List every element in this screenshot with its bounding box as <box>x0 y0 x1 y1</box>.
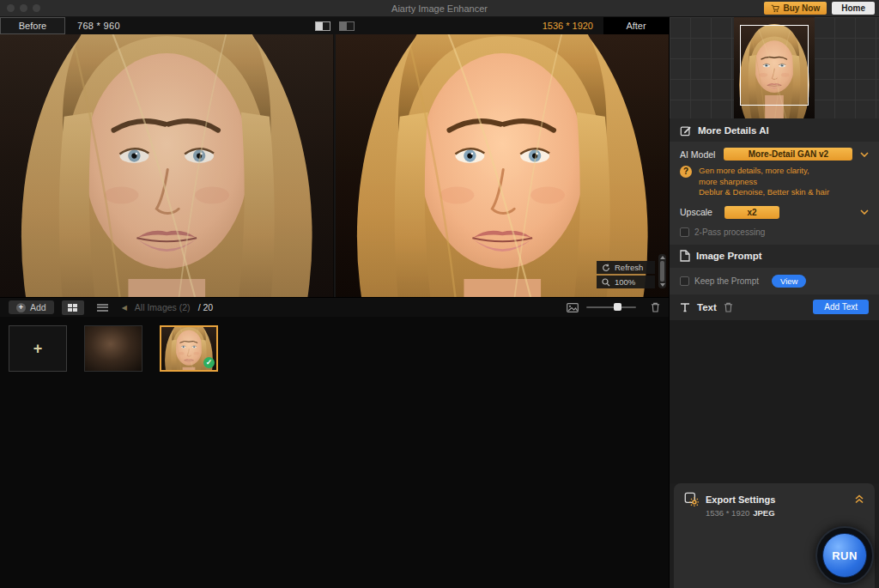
list-view-icon <box>97 302 108 312</box>
delete-image-button[interactable] <box>651 302 660 312</box>
split-view-toggle[interactable] <box>311 19 335 33</box>
add-thumbnail-tile[interactable]: + <box>9 325 67 372</box>
run-button[interactable]: RUN <box>815 526 874 585</box>
app-window: Aiarty Image Enhancer Buy Now Home Befor… <box>0 0 879 588</box>
plus-icon: + <box>33 340 43 358</box>
after-image[interactable] <box>336 34 670 297</box>
keep-prompt-checkbox[interactable] <box>680 276 689 286</box>
refresh-label: Refresh <box>615 263 643 272</box>
export-settings-title: Export Settings <box>706 494 775 505</box>
keep-prompt-label: Keep the Prompt <box>694 276 759 286</box>
thumbnail-strip: + ✓ <box>0 317 669 588</box>
navigator-thumbnail[interactable] <box>734 17 815 118</box>
image-viewer: Refresh 100% <box>0 34 669 297</box>
more-details-header: More Details AI <box>670 118 879 142</box>
window-controls <box>7 4 40 12</box>
list-view-button[interactable] <box>92 300 114 315</box>
titlebar: Aiarty Image Enhancer Buy Now Home <box>0 0 879 17</box>
ai-model-label: AI Model <box>680 149 715 160</box>
image-prompt-header: Image Prompt <box>670 245 879 268</box>
more-details-icon <box>680 124 692 136</box>
export-summary: 1536 * 1920JPEG <box>706 508 864 518</box>
help-icon[interactable]: ? <box>680 166 692 178</box>
navigator <box>670 17 879 118</box>
model-desc-line2: more sharpness <box>699 177 829 188</box>
buy-now-label: Buy Now <box>783 3 820 13</box>
two-pass-label: 2-Pass processing <box>694 227 765 237</box>
single-view-icon <box>339 21 355 31</box>
scroll-down-icon <box>660 283 665 287</box>
view-prompt-button[interactable]: View <box>772 275 806 288</box>
page-count-label: / 20 <box>198 302 214 312</box>
ai-model-dropdown[interactable]: More-Detail GAN v2 <box>724 148 852 161</box>
add-text-button[interactable]: Add Text <box>813 300 869 314</box>
thumbnail-size-slider[interactable] <box>586 306 636 308</box>
grid-view-button[interactable] <box>62 300 84 315</box>
more-details-title: More Details AI <box>698 125 769 136</box>
filmstrip-toolbar: + Add ◀ All Images (2) / 20 <box>0 297 669 317</box>
viewer-tools: Refresh 100% <box>597 259 655 288</box>
document-icon <box>680 250 690 262</box>
export-gear-icon <box>684 492 699 506</box>
check-icon: ✓ <box>203 357 215 368</box>
thumbnail-1[interactable] <box>84 325 142 372</box>
trash-icon[interactable] <box>724 302 733 312</box>
refresh-icon <box>602 264 610 272</box>
text-section: Text Add Text <box>670 294 879 320</box>
ai-model-section: AI Model More-Detail GAN v2 ? Gen more d… <box>670 142 879 245</box>
plus-icon: + <box>16 303 26 312</box>
before-size-label: 768 * 960 <box>77 21 120 31</box>
minimize-button[interactable] <box>20 4 27 12</box>
previous-image-button[interactable]: ◀ <box>122 304 127 312</box>
run-button-label: RUN <box>822 533 867 578</box>
slider-handle[interactable] <box>614 303 621 311</box>
keep-prompt-section: Keep the Prompt View <box>670 268 879 294</box>
zoom-value: 100% <box>615 277 635 287</box>
panel-spacer <box>670 320 879 483</box>
single-view-toggle[interactable] <box>335 19 359 33</box>
navigator-crop-box[interactable] <box>740 25 809 106</box>
chevron-double-up-icon[interactable] <box>854 494 864 504</box>
cart-icon <box>771 4 779 13</box>
split-view-icon <box>315 21 330 31</box>
model-desc-line1: Gen more details, more clarity, <box>699 166 829 177</box>
zoom-button[interactable] <box>33 4 40 12</box>
add-label: Add <box>30 302 46 312</box>
compare-toolbar: Before 768 * 960 1536 * 1920 After <box>0 17 669 34</box>
after-tab[interactable]: After <box>603 17 669 34</box>
upscale-dropdown[interactable]: x2 <box>724 206 779 219</box>
model-description: Gen more details, more clarity, more sha… <box>699 166 829 198</box>
magnifier-icon <box>602 278 610 287</box>
image-prompt-title: Image Prompt <box>696 251 762 261</box>
chevron-down-icon[interactable] <box>860 152 869 157</box>
home-button[interactable]: Home <box>832 2 875 15</box>
thumbnail-2-selected[interactable]: ✓ <box>160 325 218 372</box>
settings-panel: More Details AI AI Model More-Detail GAN… <box>670 17 879 588</box>
grid-view-icon <box>68 304 77 312</box>
chevron-down-icon[interactable] <box>860 209 869 215</box>
compare-area: Before 768 * 960 1536 * 1920 After <box>0 17 670 588</box>
buy-now-button[interactable]: Buy Now <box>764 2 827 15</box>
upscale-label: Upscale <box>680 207 712 217</box>
before-tab[interactable]: Before <box>0 17 65 34</box>
before-image[interactable] <box>0 34 334 297</box>
model-desc-line3: Deblur & Denoise, Better skin & hair <box>699 187 829 198</box>
scroll-up-icon <box>660 256 665 259</box>
text-tool-icon <box>680 302 690 312</box>
add-image-button[interactable]: + Add <box>9 300 54 314</box>
picture-icon <box>567 303 579 312</box>
zoom-control[interactable]: 100% <box>597 276 655 288</box>
text-title: Text <box>697 302 717 312</box>
scrollbar-thumb <box>660 261 664 282</box>
after-size-label: 1536 * 1920 <box>543 21 593 31</box>
close-button[interactable] <box>7 4 15 12</box>
window-title: Aiarty Image Enhancer <box>0 3 879 14</box>
all-images-label: All Images (2) <box>135 302 191 312</box>
two-pass-checkbox[interactable] <box>680 227 689 237</box>
export-format-label: JPEG <box>753 508 774 518</box>
home-label: Home <box>841 3 865 13</box>
viewer-scrollbar[interactable] <box>658 254 666 288</box>
export-size-label: 1536 * 1920 <box>706 508 749 518</box>
refresh-button[interactable]: Refresh <box>597 261 655 274</box>
